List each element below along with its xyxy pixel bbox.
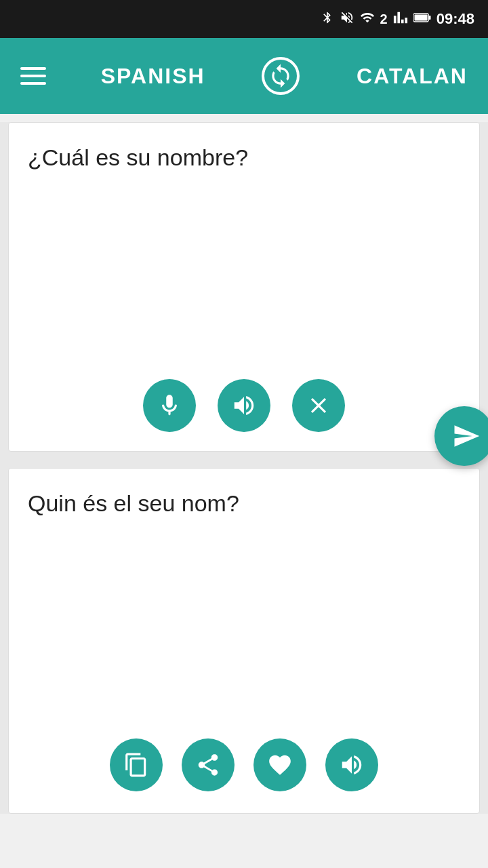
- toolbar: SPANISH CATALAN: [0, 38, 488, 114]
- target-panel-buttons: [9, 726, 479, 813]
- svg-rect-1: [428, 16, 430, 20]
- microphone-button[interactable]: [143, 379, 196, 432]
- speak-translation-button[interactable]: [325, 738, 378, 791]
- bluetooth-icon: [321, 10, 334, 28]
- favorite-button[interactable]: [253, 738, 306, 791]
- send-button[interactable]: [434, 406, 488, 466]
- source-language[interactable]: SPANISH: [101, 64, 205, 89]
- mute-icon: [340, 10, 354, 28]
- signal-icon: [393, 10, 408, 28]
- source-panel-buttons: [9, 367, 479, 451]
- source-panel: ¿Cuál es su nombre?: [8, 122, 480, 452]
- target-text[interactable]: Quin és el seu nom?: [9, 469, 479, 726]
- target-panel: Quin és el seu nom?: [8, 468, 480, 814]
- speak-source-button[interactable]: [218, 379, 270, 432]
- status-bar: 2 09:48: [0, 0, 488, 38]
- svg-rect-2: [414, 14, 427, 20]
- sim2-icon: 2: [380, 12, 388, 27]
- swap-languages-button[interactable]: [260, 55, 302, 97]
- menu-button[interactable]: [20, 67, 46, 85]
- target-language[interactable]: CATALAN: [357, 64, 468, 89]
- main-content: ¿Cuál es su nombre?: [0, 122, 488, 814]
- battery-icon: [413, 10, 431, 28]
- share-button[interactable]: [182, 738, 235, 791]
- wifi-icon: [360, 10, 375, 28]
- copy-button[interactable]: [110, 738, 163, 791]
- clear-button[interactable]: [292, 379, 345, 432]
- time-display: 09:48: [436, 10, 474, 28]
- source-text[interactable]: ¿Cuál es su nombre?: [9, 123, 479, 367]
